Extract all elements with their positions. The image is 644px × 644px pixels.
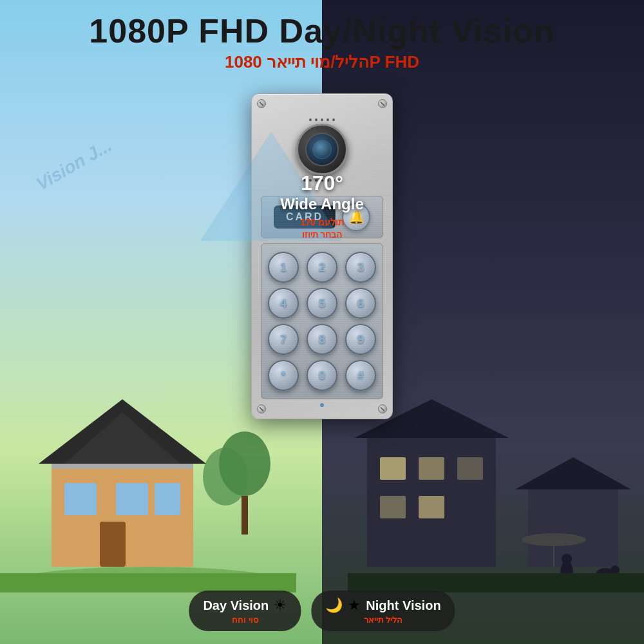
svg-rect-9 — [100, 522, 126, 567]
key-7[interactable]: 7 — [268, 324, 299, 355]
device-panel: 170° Wide Angle תולעמ 170 הבחר תיוזו CAR… — [251, 93, 393, 419]
svg-rect-18 — [380, 496, 406, 518]
key-9[interactable]: 9 — [345, 324, 376, 355]
key-5[interactable]: 5 — [307, 288, 337, 319]
subtitle-hebrew: הליל/מוי תייאר 1080P FHD — [0, 52, 644, 72]
sun-icon: ☀ — [274, 597, 287, 614]
device-panel-wrapper: 170° Wide Angle תולעמ 170 הבחר תיוזו CAR… — [251, 93, 393, 419]
night-vision-label: Night Vision — [366, 598, 440, 613]
day-vision-top: Day Vision ☀ — [203, 597, 287, 614]
svg-rect-15 — [380, 457, 406, 480]
house-right-scene — [348, 399, 644, 592]
screw-top-left — [257, 99, 266, 108]
mic-dots-top — [309, 118, 335, 121]
svg-rect-12 — [0, 573, 296, 592]
svg-marker-21 — [515, 457, 631, 489]
svg-rect-16 — [419, 457, 444, 480]
main-title: 1080P FHD Day/Night Vision — [0, 13, 644, 50]
svg-rect-6 — [64, 483, 97, 515]
header: 1080P FHD Day/Night Vision הליל/מוי תייא… — [0, 0, 644, 72]
svg-point-1 — [203, 448, 248, 506]
angle-degrees: 170° — [264, 171, 380, 195]
svg-rect-17 — [457, 457, 483, 480]
camera-lens-inner — [305, 133, 339, 166]
day-vision-badge: Day Vision ☀ סוי וחח — [189, 591, 301, 631]
angle-hebrew: תולעמ 170 הבחר תיוזו — [264, 216, 380, 242]
key-*[interactable]: * — [268, 360, 299, 391]
keypad-section: 123456789*0# — [261, 243, 383, 399]
screw-bottom-right — [378, 404, 387, 413]
svg-rect-2 — [242, 496, 248, 535]
bottom-badges: Day Vision ☀ סוי וחח 🌙 ★ Night Vision הל… — [189, 591, 455, 631]
moon-icon: 🌙 — [325, 597, 343, 614]
screw-bottom-left — [257, 404, 266, 413]
dot — [327, 118, 329, 121]
key-#[interactable]: # — [345, 360, 376, 391]
angle-overlay: 170° Wide Angle תולעמ 170 הבחר תיוזו — [264, 171, 380, 242]
day-vision-hebrew: סוי וחח — [232, 615, 258, 625]
svg-point-25 — [611, 565, 620, 574]
day-vision-label: Day Vision — [203, 598, 269, 613]
key-8[interactable]: 8 — [307, 324, 337, 355]
svg-rect-20 — [528, 489, 618, 567]
svg-rect-7 — [116, 483, 148, 515]
camera-lens-outer — [296, 124, 348, 175]
star-icon: ★ — [348, 597, 361, 614]
svg-rect-8 — [155, 483, 180, 515]
keypad-grid: 123456789*0# — [267, 252, 377, 391]
dot — [315, 118, 317, 121]
ir-indicator — [320, 403, 324, 407]
key-3[interactable]: 3 — [345, 252, 376, 283]
key-6[interactable]: 6 — [345, 288, 376, 319]
night-vision-badge: 🌙 ★ Night Vision הליל תייאר — [311, 591, 455, 631]
dot — [332, 118, 335, 121]
key-1[interactable]: 1 — [268, 252, 299, 283]
svg-point-27 — [522, 533, 586, 546]
svg-rect-10 — [52, 464, 193, 469]
svg-point-23 — [562, 554, 572, 564]
svg-rect-28 — [348, 573, 644, 592]
key-0[interactable]: 0 — [307, 360, 337, 391]
night-vision-hebrew: הליל תייאר — [364, 615, 403, 625]
dot — [309, 118, 312, 121]
screw-top-right — [378, 99, 387, 108]
dot — [321, 118, 323, 121]
angle-label: Wide Angle — [264, 195, 380, 214]
night-vision-top: 🌙 ★ Night Vision — [325, 597, 440, 614]
svg-rect-19 — [419, 496, 444, 518]
key-4[interactable]: 4 — [268, 288, 299, 319]
key-2[interactable]: 2 — [307, 252, 337, 283]
camera-lens-core — [312, 140, 332, 159]
